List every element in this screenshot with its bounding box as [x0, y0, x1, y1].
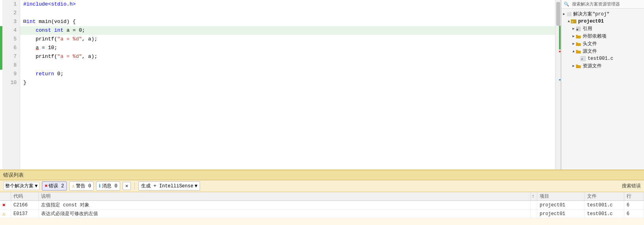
error-row-code-1: C2166: [11, 201, 39, 209]
se-search-label: 搜索解决方案资源管理器: [572, 2, 620, 7]
se-search-bar: 🔍 搜索解决方案资源管理器: [561, 0, 644, 9]
chevron-right-icon: ▶: [572, 27, 574, 31]
folder-icon: [575, 33, 582, 40]
error-row-file-1: test001.c: [585, 201, 624, 209]
sidebar-item-sources[interactable]: ▲ 源文件: [561, 48, 644, 55]
sidebar-item-external-deps[interactable]: ▶ 外部依赖项: [561, 32, 644, 40]
error-row-line-2: 6: [624, 210, 644, 218]
error-count-label: 错误 2: [49, 183, 64, 189]
resources-label: 资源文件: [583, 63, 602, 69]
line-num-6: 6: [2, 44, 20, 52]
error-row-line-1: 6: [624, 201, 644, 209]
error-row-project-1: project01: [537, 201, 585, 209]
chevron-right-icon: ▶: [572, 42, 574, 46]
sidebar-item-ref[interactable]: ▶ ■ 引用: [561, 25, 644, 32]
code-line-9: return 0;: [20, 70, 555, 78]
warning-icon: ⚠: [72, 183, 75, 189]
col-header-desc[interactable]: 说明: [39, 192, 531, 200]
code-token: = 10;: [39, 44, 57, 52]
chevron-right-icon: ▶: [572, 34, 574, 38]
code-token: int: [26, 17, 36, 26]
build-filter-label: 生成 + IntelliSense: [141, 183, 193, 189]
error-row-icon-2: ⚠: [0, 210, 11, 218]
code-token: , a);: [82, 52, 97, 61]
code-token: return: [36, 70, 54, 78]
headers-label: 头文件: [583, 40, 597, 47]
sidebar-item-test001[interactable]: ▶ .c test001.c: [561, 55, 644, 62]
solution-explorer: 🔍 搜索解决方案资源管理器 ▶ ⬜ 解决方案"proj" ▲ P project…: [561, 0, 644, 170]
scroll-mark-red: [559, 51, 561, 52]
code-token: "a = %d": [57, 52, 82, 61]
svg-text:P: P: [572, 21, 574, 23]
error-table-header: 代码 说明 ↑ 项目 文件 行: [0, 192, 644, 201]
sidebar-item-resources[interactable]: ▶ 资源文件: [561, 62, 644, 70]
chevron-down-icon: ▼: [35, 183, 38, 189]
code-line-4: const int a = 0;: [20, 26, 555, 35]
code-token: [51, 26, 54, 35]
line-num-1: 1: [2, 0, 20, 9]
code-token: "a = %d": [57, 35, 82, 44]
build-filter-dropdown[interactable]: 生成 + IntelliSense ▼: [138, 181, 200, 191]
warning-icon: ⚠: [2, 211, 6, 217]
error-header-label: 错误列表: [3, 172, 24, 178]
col-header-code[interactable]: 代码: [11, 192, 39, 200]
code-token: a = 0;: [63, 26, 85, 35]
search-icon: 🔍: [564, 2, 572, 7]
info-count-label: 消息 0: [102, 183, 117, 189]
clear-button[interactable]: ✕: [123, 182, 131, 190]
error-row-desc-2: 表达式必须是可修改的左值: [39, 210, 531, 218]
col-header-file[interactable]: 文件: [585, 192, 624, 200]
code-token: const: [36, 26, 51, 35]
error-count-button[interactable]: ✖ 错误 2: [42, 181, 67, 191]
error-panel: 错误列表 整个解决方案 ▼ ✖ 错误 2 ⚠ 警告 0 ℹ 消息 0 ✕ 生成 …: [0, 170, 644, 225]
line-numbers: 1 2 3 4 5 6 7 8 9 10: [2, 0, 20, 170]
col-header-sort[interactable]: ↑: [531, 192, 537, 200]
scroll-thumb[interactable]: [556, 2, 560, 26]
error-icon: ✖: [45, 183, 47, 189]
code-token: [23, 44, 36, 52]
sources-label: 源文件: [583, 48, 597, 55]
error-row-desc-1: 左值指定 const 对象: [39, 201, 531, 209]
table-row[interactable]: ⚠ E0137 表达式必须是可修改的左值 project01 test001.c…: [0, 210, 644, 218]
toolbar-separator: [134, 183, 135, 190]
sidebar-item-headers[interactable]: ▶ 头文件: [561, 40, 644, 48]
col-header-project[interactable]: 项目: [537, 192, 585, 200]
line-num-5: 5: [2, 35, 20, 44]
col-header-line[interactable]: 行: [624, 192, 644, 200]
warning-count-button[interactable]: ⚠ 警告 0: [69, 181, 94, 191]
code-line-6: a = 10;: [20, 44, 555, 52]
se-tree: ▶ ⬜ 解决方案"proj" ▲ P project01 ▶ ■ 引用: [561, 9, 644, 170]
warning-count-label: 警告 0: [76, 183, 91, 189]
line-num-3: 3: [2, 17, 20, 26]
error-filter-dropdown[interactable]: 整个解决方案 ▼: [3, 182, 40, 190]
code-line-7: printf("a = %d", a);: [20, 52, 555, 61]
folder-icon: [575, 41, 582, 47]
error-icon: ✖: [2, 202, 6, 208]
info-count-button[interactable]: ℹ 消息 0: [96, 181, 120, 191]
external-deps-label: 外部依赖项: [583, 33, 606, 40]
project-icon: P: [570, 18, 577, 25]
code-content[interactable]: #include<stdio.h> ⊟int main(void) { cons…: [20, 0, 555, 170]
table-row[interactable]: ✖ C2166 左值指定 const 对象 project01 test001.…: [0, 201, 644, 210]
main-area: 1 2 3 4 5 6 7 8 9 10 #include<stdio.h> ⊟…: [0, 0, 644, 170]
ref-label: 引用: [583, 25, 592, 32]
error-row-file-2: test001.c: [585, 210, 624, 218]
editor-scrollbar[interactable]: [555, 0, 561, 170]
code-editor: 1 2 3 4 5 6 7 8 9 10 #include<stdio.h> ⊟…: [0, 0, 561, 170]
info-icon: ℹ: [99, 183, 101, 189]
code-token: a: [36, 44, 39, 52]
error-panel-header: 错误列表: [0, 170, 644, 180]
svg-text:.c: .c: [581, 57, 583, 60]
file-c-icon: .c: [580, 55, 586, 62]
code-token: printf(: [23, 52, 57, 61]
code-token: 0;: [54, 70, 63, 78]
scroll-mark-green: [559, 26, 561, 50]
line-num-7: 7: [2, 52, 20, 61]
code-token: ⊟: [23, 17, 26, 26]
sidebar-item-solution[interactable]: ▶ ⬜ 解决方案"proj": [561, 10, 644, 18]
code-line-10: }: [20, 78, 555, 87]
filter-label: 整个解决方案: [5, 183, 34, 189]
sidebar-item-project[interactable]: ▲ P project01: [561, 18, 644, 25]
error-search: 搜索错误: [622, 183, 641, 189]
line-num-8: 8: [2, 61, 20, 70]
